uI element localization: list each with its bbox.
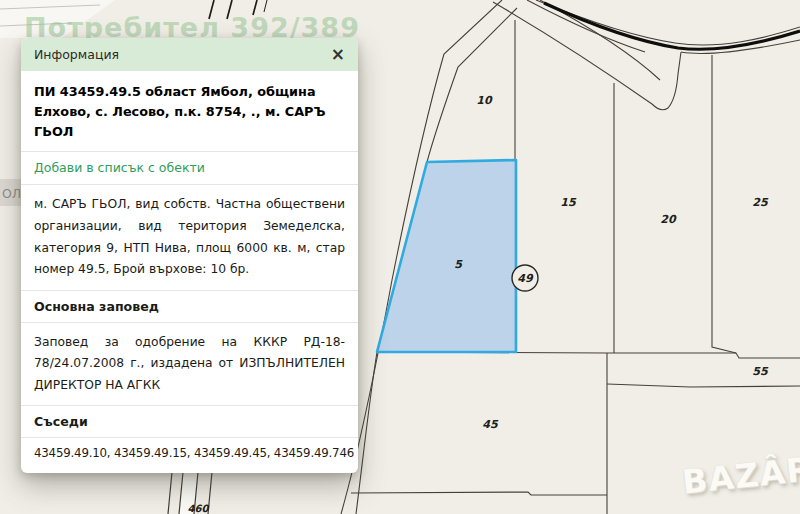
road-band [493, 0, 681, 110]
edge-place-label-text: ОЛ [2, 186, 21, 201]
selected-parcel-5[interactable] [377, 160, 516, 352]
point-49-marker[interactable]: 49 [512, 265, 538, 291]
info-panel-header: Информация × [21, 38, 358, 71]
road-top [527, 0, 800, 53]
parcel-label-5: 5 [454, 258, 463, 271]
info-panel: Информация × ПИ 43459.49.5 област Ямбол,… [21, 38, 358, 473]
parcel-label-55: 55 [752, 365, 769, 378]
main-order-heading: Основна заповед [21, 290, 358, 322]
add-to-list-link[interactable]: Добави в списък с обекти [21, 151, 358, 184]
close-icon[interactable]: × [331, 46, 345, 63]
parcel-label-10: 10 [476, 94, 493, 107]
info-panel-title: Информация [34, 47, 119, 62]
track-dashes [209, 0, 267, 19]
property-title: ПИ 43459.49.5 област Ямбол, община Елхов… [21, 71, 358, 151]
parcel-label-20: 20 [660, 213, 677, 226]
parcel-label-49: 49 [517, 272, 534, 285]
parcel-label-15: 15 [560, 196, 577, 209]
neighbors-values: 43459.49.10, 43459.49.15, 43459.49.45, 4… [21, 437, 358, 473]
parcel-label-460: 460 [188, 503, 210, 514]
parcel-label-45: 45 [482, 418, 499, 431]
property-description: м. САРЪ ГЬОЛ, вид собств. Частна обществ… [21, 184, 358, 289]
cadastral-viewer: 49 10 15 20 25 5 55 45 460 ОЛ Потребител… [0, 0, 800, 514]
main-order-text: Заповед за одобрение на КККР РД-18-78/24… [21, 322, 358, 406]
edge-place-label: ОЛ [0, 179, 23, 206]
map-area-light [0, 0, 115, 38]
neighbors-heading: Съседи [21, 405, 358, 437]
parcel-label-25: 25 [752, 196, 769, 209]
